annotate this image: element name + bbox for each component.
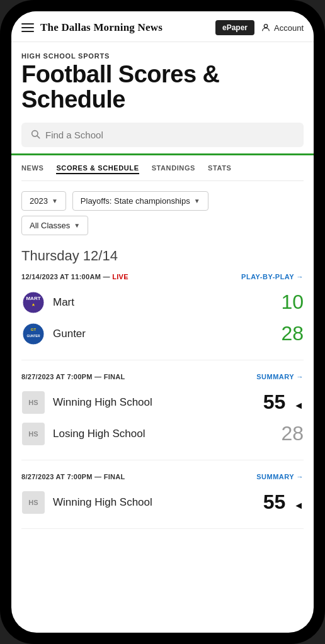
person-icon [261,23,271,33]
svg-point-0 [264,25,267,28]
game-status-live: LIVE [112,273,128,280]
search-icon [30,129,40,141]
team-score: 28 [266,322,304,345]
svg-text:GUNTER: GUNTER [26,334,40,338]
svg-text:MART: MART [26,296,40,301]
hs-placeholder: HS [22,391,45,414]
game-date-text: 12/14/2023 AT 11:00AM — [21,273,112,280]
tab-standings[interactable]: STANDINGS [152,164,195,174]
team-row: HS Winning High School 55 ◄ [21,387,304,418]
team-logo-hs: HS [21,422,45,446]
caret-icon: ▼ [74,222,80,229]
gunter-logo-svg: GT GUNTER [21,322,45,346]
tab-news[interactable]: NEWS [21,164,43,174]
team-name: Mart [53,296,266,309]
tab-stats[interactable]: STATS [208,164,231,174]
team-name: Winning High School [53,396,263,409]
year-dropdown[interactable]: 2023 ▼ [21,191,66,211]
year-value: 2023 [30,196,48,206]
search-input[interactable] [45,130,295,140]
class-value: All Classes [30,221,70,230]
game-datetime: 12/14/2023 AT 11:00AM — LIVE [21,273,128,280]
account-button[interactable]: Account [261,23,304,33]
game-status-final: FINAL [104,373,125,380]
play-by-play-link[interactable]: PLAY-BY-PLAY → [241,273,304,280]
svg-line-2 [37,136,40,138]
team-score: 55 ◄ [263,391,304,414]
filters-row-1: 2023 ▼ Playoffs: State championships ▼ [21,191,304,211]
search-bar [21,123,304,147]
hamburger-menu-icon[interactable] [21,23,34,32]
summary-link[interactable]: SUMMARY → [256,473,304,480]
game-date-text: 8/27/2023 AT 7:00PM — [21,373,104,380]
nav-right: ePaper Account [215,20,304,35]
day-heading: Thursday 12/14 [21,248,304,264]
winner-triangle: ◄ [294,400,304,411]
team-name: Gunter [53,328,266,340]
team-score: 55 ◄ [263,491,304,514]
team-name: Losing High School [53,428,266,440]
team-row: HS Winning High School 55 ◄ [21,487,304,518]
team-score: 28 [266,422,304,445]
svg-text:GT: GT [31,328,37,331]
game-meta: 8/27/2023 AT 7:00PM — FINAL SUMMARY → [21,473,304,480]
nav-left: The Dallas Morning News [21,21,162,34]
team-row: GT GUNTER Gunter 28 [21,318,304,350]
class-dropdown[interactable]: All Classes ▼ [21,216,88,235]
game-meta: 8/27/2023 AT 7:00PM — FINAL SUMMARY → [21,373,304,380]
game-status-final: FINAL [104,473,125,480]
team-logo-hs: HS [21,391,45,414]
team-row: HS Losing High School 28 [21,418,304,450]
game-meta: 12/14/2023 AT 11:00AM — LIVE PLAY-BY-PLA… [21,273,304,280]
team-name: Winning High School [53,496,263,509]
team-logo-gunter: GT GUNTER [21,322,45,346]
game-datetime: 8/27/2023 AT 7:00PM — FINAL [21,473,125,480]
tab-scores-schedule[interactable]: SCORES & SCHEDULE [56,164,139,174]
team-logo-hs: HS [21,491,45,514]
epaper-button[interactable]: ePaper [215,20,254,35]
category-label: HIGH SCHOOL SPORTS [21,52,304,60]
site-title: The Dallas Morning News [40,21,162,34]
winner-triangle: ◄ [294,500,304,511]
summary-link[interactable]: SUMMARY → [256,373,304,380]
caret-icon: ▼ [52,197,58,204]
hs-placeholder: HS [22,491,45,514]
team-row: MART Mart 10 [21,287,304,318]
top-nav: The Dallas Morning News ePaper Account [11,11,314,42]
season-dropdown[interactable]: Playoffs: State championships ▼ [72,191,208,211]
page-title: Football Scores & Schedule [21,62,304,113]
game-block: 8/27/2023 AT 7:00PM — FINAL SUMMARY → HS… [21,373,304,460]
team-logo-mart: MART [21,291,45,314]
filters-row-2: All Classes ▼ [21,216,304,235]
tab-nav: NEWS SCORES & SCHEDULE STANDINGS STATS [21,155,304,181]
main-content: HIGH SCHOOL SPORTS Football Scores & Sch… [11,42,314,633]
mart-logo-svg: MART [21,291,45,314]
caret-icon: ▼ [194,197,200,204]
game-date-text: 8/27/2023 AT 7:00PM — [21,473,104,480]
phone-screen: The Dallas Morning News ePaper Account H… [11,11,314,633]
game-block: 8/27/2023 AT 7:00PM — FINAL SUMMARY → HS… [21,473,304,529]
game-block: 12/14/2023 AT 11:00AM — LIVE PLAY-BY-PLA… [21,273,304,360]
season-value: Playoffs: State championships [81,196,190,206]
game-datetime: 8/27/2023 AT 7:00PM — FINAL [21,373,125,380]
phone-frame: The Dallas Morning News ePaper Account H… [0,0,325,644]
hs-placeholder: HS [22,423,45,445]
team-score: 10 [266,291,304,314]
account-label: Account [274,23,304,33]
